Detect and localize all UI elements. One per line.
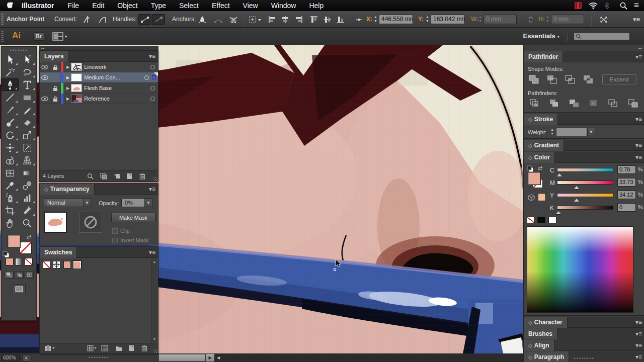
- convert-to-corner-icon[interactable]: [80, 14, 93, 25]
- layer-name[interactable]: Reference: [84, 96, 150, 102]
- align-to-selection-dropdown-icon[interactable]: [248, 14, 263, 25]
- tool-line-segment[interactable]: [2, 91, 19, 104]
- new-color-group-icon[interactable]: [115, 345, 123, 351]
- magenta-slider-handle[interactable]: [574, 184, 579, 189]
- black-slider[interactable]: [557, 206, 613, 210]
- tool-perspective-grid[interactable]: [19, 154, 36, 166]
- menu-view[interactable]: View: [236, 0, 265, 11]
- gradient-tab[interactable]: ◇Gradient: [524, 140, 564, 151]
- tool-free-transform[interactable]: [19, 141, 36, 154]
- unite-icon[interactable]: [528, 74, 540, 84]
- align-panel-menu-icon[interactable]: ▾≡: [635, 341, 642, 349]
- brushes-tab[interactable]: Brushes: [524, 328, 557, 339]
- delete-swatch-icon[interactable]: [141, 344, 147, 351]
- merge-icon[interactable]: [568, 99, 580, 109]
- swatch-flesh-selected[interactable]: [73, 261, 81, 268]
- transform-panel-icon[interactable]: [598, 14, 610, 25]
- menu-file[interactable]: File: [61, 0, 86, 11]
- fill-color-swatch[interactable]: [8, 235, 21, 248]
- menu-window[interactable]: Window: [265, 0, 303, 11]
- yellow-slider[interactable]: [557, 193, 613, 197]
- black-value[interactable]: 0: [617, 203, 636, 212]
- layer-target-circle[interactable]: [150, 97, 155, 101]
- notification-center-icon[interactable]: ≡: [634, 1, 639, 11]
- swatch-none[interactable]: [43, 261, 50, 268]
- magenta-value[interactable]: 33.73: [617, 178, 636, 187]
- convert-to-smooth-icon[interactable]: [97, 14, 109, 25]
- tool-pen[interactable]: [2, 78, 19, 91]
- search-field[interactable]: [574, 32, 630, 40]
- disclosure-triangle[interactable]: ▶: [66, 75, 69, 80]
- opacity-select[interactable]: 0%▼: [121, 198, 152, 207]
- swatch-libraries-icon[interactable]: [45, 345, 55, 351]
- align-vcenter-icon[interactable]: [322, 14, 333, 25]
- make-mask-button[interactable]: Make Mask: [111, 213, 155, 222]
- menu-object[interactable]: Object: [111, 0, 144, 11]
- black-chip[interactable]: [537, 217, 545, 223]
- new-swatch-icon[interactable]: [128, 345, 135, 351]
- collapse-dock-icon[interactable]: ◂◂: [39, 46, 158, 50]
- layer-row-linework[interactable]: ▶ Linework: [40, 62, 158, 72]
- black-slider-handle[interactable]: [556, 209, 561, 214]
- minus-back-icon[interactable]: [627, 99, 639, 109]
- tool-mesh[interactable]: [2, 166, 19, 179]
- align-left-icon[interactable]: [267, 14, 278, 25]
- menu-edit[interactable]: Edit: [86, 0, 111, 11]
- layer-row-reference[interactable]: ▶ Reference: [40, 94, 158, 104]
- bluetooth-icon[interactable]: [604, 2, 609, 10]
- expand-dock-icon[interactable]: ▸▸: [524, 45, 644, 51]
- swatch-kinds-menu-icon[interactable]: [87, 345, 97, 351]
- swap-fill-stroke-icon[interactable]: ⇄: [27, 234, 31, 240]
- layer-thumbnail[interactable]: [71, 95, 82, 103]
- spotlight-search-icon[interactable]: [620, 2, 627, 10]
- cyan-slider[interactable]: [557, 168, 613, 172]
- tool-selection[interactable]: [2, 53, 19, 66]
- x-stepper[interactable]: ▲▼: [373, 15, 378, 24]
- transparency-tab[interactable]: ◇Transparency: [40, 184, 95, 195]
- disclosure-triangle[interactable]: ▶: [66, 65, 69, 69]
- exclude-icon[interactable]: [582, 74, 594, 84]
- cyan-value[interactable]: 0.78: [617, 165, 636, 174]
- layer-target-circle[interactable]: [150, 86, 155, 90]
- layer-target-circle[interactable]: [150, 65, 155, 69]
- none-chip[interactable]: [527, 217, 535, 223]
- y-stepper[interactable]: ▲▼: [425, 15, 430, 24]
- constrain-proportions-icon[interactable]: [526, 14, 536, 25]
- panel-resize-grip[interactable]: [153, 177, 157, 181]
- app-bar-gripper[interactable]: [1, 31, 4, 43]
- tool-width[interactable]: [2, 141, 19, 154]
- tool-slice[interactable]: [19, 204, 36, 217]
- transparency-panel-menu-icon[interactable]: ▾≡: [149, 185, 155, 193]
- weight-dropdown-icon[interactable]: ▼: [587, 128, 595, 136]
- draw-normal-button[interactable]: [5, 271, 14, 279]
- y-input[interactable]: 163.042 mm: [431, 15, 465, 24]
- dock-resize-gripper[interactable]: ••••••••: [39, 355, 158, 360]
- swatches-scrollbar[interactable]: ▲ ▼: [151, 259, 157, 342]
- brushes-panel-menu-icon[interactable]: ▾≡: [635, 330, 642, 338]
- color-mode-button[interactable]: [6, 258, 14, 265]
- color-panel-menu-icon[interactable]: ▾≡: [635, 153, 642, 161]
- tool-rotate[interactable]: [2, 129, 19, 141]
- dock-resize-gripper[interactable]: ••••••••: [524, 356, 644, 361]
- layer-row-medium-contrast[interactable]: ▶ Medium Con...: [40, 72, 158, 83]
- intersect-icon[interactable]: [564, 74, 576, 84]
- object-thumbnail[interactable]: [44, 212, 67, 233]
- tool-hand[interactable]: [2, 217, 19, 229]
- screen-mode-button[interactable]: [13, 284, 26, 294]
- outline-icon[interactable]: [607, 99, 619, 109]
- character-panel-menu-icon[interactable]: ▾≡: [635, 318, 642, 326]
- control-bar-gripper[interactable]: [1, 14, 4, 25]
- tool-column-graph[interactable]: [19, 192, 36, 204]
- show-handles-toggle[interactable]: [138, 14, 151, 25]
- reference-point-icon[interactable]: [354, 14, 365, 25]
- new-sublayer-icon[interactable]: [113, 173, 121, 179]
- pathfinder-tab[interactable]: Pathfinder: [524, 51, 563, 62]
- lock-toggle[interactable]: [50, 62, 61, 72]
- draw-inside-button[interactable]: [25, 271, 34, 279]
- control-panel-menu-icon[interactable]: ▾≡: [631, 14, 642, 25]
- tools-panel-gripper[interactable]: •••••••: [2, 48, 36, 53]
- color-tab[interactable]: ◇Color: [524, 152, 555, 163]
- stroke-color-none[interactable]: [20, 242, 32, 254]
- zoom-level-dropdown-icon[interactable]: ▼: [22, 354, 30, 361]
- new-layer-icon[interactable]: [126, 173, 133, 179]
